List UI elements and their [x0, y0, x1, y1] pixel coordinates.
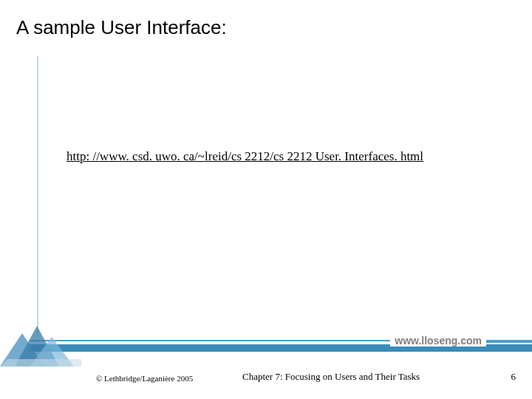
corner-decoration-icon	[0, 322, 81, 366]
footer-url: www.lloseng.com	[390, 335, 486, 347]
svg-marker-3	[0, 359, 81, 366]
page-number: 6	[511, 371, 516, 383]
slide-title: A sample User Interface:	[16, 16, 227, 39]
sample-ui-link[interactable]: http: //www. csd. uwo. ca/~lreid/cs 2212…	[66, 149, 423, 164]
copyright-text: © Lethbridge/Laganière 2005	[96, 374, 193, 383]
chapter-title: Chapter 7: Focusing on Users and Their T…	[242, 371, 420, 383]
left-accent-line	[37, 56, 38, 337]
